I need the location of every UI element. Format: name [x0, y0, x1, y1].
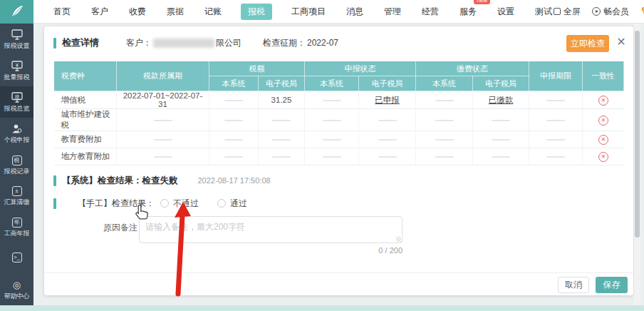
amount-ebureau-cell: 31.25	[259, 91, 305, 109]
terminal-icon: >_	[12, 252, 22, 263]
system-result-value: 检查失败	[142, 175, 178, 187]
empty-value-dash	[492, 156, 510, 158]
nav-test[interactable]: 测试	[534, 4, 554, 19]
remark-textarea[interactable]	[139, 216, 402, 243]
declare-local-cell	[305, 109, 359, 131]
top-navigation-bar: 首页 客户 收费 票据 记账 报税 工商项目 消息 管理 经营 服务 new 设…	[0, 0, 644, 24]
declare-ebureau-cell: 已申报	[359, 91, 416, 109]
calculator-box-icon: ±	[12, 185, 22, 197]
col-declare-local: 本系统	[305, 76, 359, 91]
radio-option-pass[interactable]: 通过	[217, 198, 247, 210]
tax-name: 城市维护建设税	[54, 109, 117, 131]
member-label: 畅会员	[603, 6, 629, 18]
deadline-cell	[529, 148, 583, 165]
sidebar-item-tax-overview[interactable]: 税 报税总览	[0, 86, 33, 118]
nav-operations[interactable]: 经营	[420, 4, 440, 19]
nav-invoices[interactable]: 票据	[165, 4, 185, 19]
nav-home[interactable]: 首页	[52, 4, 72, 19]
topbar-right-tools: 全屏 畅会员	[554, 3, 644, 20]
sidebar-item-filing-records[interactable]: 税 报税记录	[0, 149, 33, 180]
col-amount-local: 本系统	[209, 76, 259, 91]
empty-value-dash	[492, 139, 510, 141]
play-circle-icon	[592, 7, 601, 16]
empty-value-dash	[492, 120, 510, 121]
close-icon[interactable]	[615, 36, 628, 49]
monitor-tax-icon: 税	[11, 92, 23, 103]
nav-settings[interactable]: 设置	[496, 4, 516, 19]
radio-fail-label: 不通过	[173, 198, 199, 210]
sidebar-item-annual-settlement[interactable]: ± 汇算清缴	[0, 180, 33, 211]
col-tax-type: 税费种	[54, 61, 117, 91]
radio-fail-circle[interactable]	[160, 199, 169, 208]
char-counter: 0 / 200	[353, 246, 402, 255]
tax-period	[117, 148, 209, 165]
empty-value-dash	[323, 100, 341, 101]
manual-result-label: 【手工】检查结果：	[78, 198, 155, 210]
avatar[interactable]	[640, 3, 644, 20]
empty-value-dash	[378, 156, 397, 158]
sidebar-item-batch-filing[interactable]: ¥ 批量报税	[0, 55, 33, 86]
system-result-label: 【系统】检查结果：	[62, 175, 142, 187]
declare-ebureau-cell	[359, 131, 416, 148]
sidebar-label: 个税申报	[4, 137, 30, 143]
radio-pass-label: 通过	[230, 198, 247, 210]
nav-management[interactable]: 管理	[383, 4, 402, 19]
colgroup-declare-status: 申报状态	[305, 61, 416, 76]
nav-tax-filing[interactable]: 报税	[241, 4, 272, 20]
sidebar-item-personal-tax[interactable]: 个税申报	[0, 118, 33, 149]
scrollbar-thumb[interactable]	[635, 31, 640, 238]
page-scrollbar[interactable]	[634, 24, 640, 305]
member-button[interactable]: 畅会员	[592, 6, 629, 18]
check-now-button[interactable]: 立即检查	[566, 35, 609, 52]
sidebar-item-terminal[interactable]: >_	[0, 243, 33, 274]
col-consistency: 一致性	[583, 61, 624, 91]
sidebar-label: 报税设置	[4, 43, 30, 49]
declare-local-cell	[305, 91, 359, 109]
customer-name-suffix: 限公司	[216, 37, 242, 49]
textarea-resize-grip[interactable]	[396, 237, 401, 242]
inconsistent-icon	[598, 116, 608, 126]
consistency-cell	[583, 109, 624, 131]
declared-status-link[interactable]: 已申报	[375, 96, 400, 104]
year-calendar-icon: 年	[12, 217, 22, 228]
empty-value-dash	[272, 156, 291, 158]
pay-ebureau-cell	[473, 131, 529, 148]
cancel-button[interactable]: 取消	[558, 277, 589, 293]
nav-business-projects[interactable]: 工商项目	[290, 4, 327, 19]
tax-period: 2022-07-01~2022-07-31	[117, 91, 209, 109]
empty-value-dash	[435, 139, 454, 141]
sidebar-item-annual-report[interactable]: 年 工商年报	[0, 211, 33, 243]
nav-customers[interactable]: 客户	[90, 4, 110, 19]
radio-option-fail[interactable]: 不通过	[160, 198, 199, 210]
colgroup-amount: 税额	[209, 61, 305, 76]
tax-period	[117, 109, 209, 131]
check-period-value: 2022-07	[307, 38, 338, 48]
save-button[interactable]: 保存	[596, 277, 628, 293]
fullscreen-button[interactable]: 全屏	[554, 6, 581, 18]
col-payment-local: 本系统	[416, 76, 473, 91]
deadline-cell	[529, 109, 583, 131]
nav-bookkeeping[interactable]: 记账	[203, 4, 223, 19]
sidebar-item-help-center[interactable]: ◎ 帮助中心	[0, 274, 33, 305]
colgroup-payment-status: 缴费状态	[416, 61, 529, 76]
nav-fees[interactable]: 收费	[128, 4, 147, 19]
inconsistent-icon	[598, 152, 608, 162]
radio-pass-circle[interactable]	[217, 199, 226, 208]
amount-local-cell	[209, 109, 259, 131]
bottom-teal-strip	[0, 305, 644, 311]
nav-messages[interactable]: 消息	[345, 4, 365, 19]
nav-services[interactable]: 服务 new	[458, 4, 478, 19]
sidebar-item-tax-settings[interactable]: 报税设置	[0, 24, 33, 55]
empty-value-dash	[224, 100, 243, 101]
table-row-urban-construction-tax: 城市维护建设税	[54, 109, 624, 131]
dialog-title: 检查详情	[62, 36, 99, 49]
deadline-cell	[529, 91, 583, 109]
empty-value-dash	[546, 156, 565, 158]
empty-value-dash	[272, 120, 291, 121]
empty-value-dash	[546, 120, 565, 121]
footer-divider	[44, 272, 633, 273]
table-row-vat: 增值税 2022-07-01~2022-07-31 31.25 已申报 已缴款	[54, 91, 624, 109]
col-period: 税款所属期	[117, 61, 209, 91]
paid-status-link[interactable]: 已缴款	[489, 96, 514, 104]
empty-value-dash	[154, 120, 172, 121]
